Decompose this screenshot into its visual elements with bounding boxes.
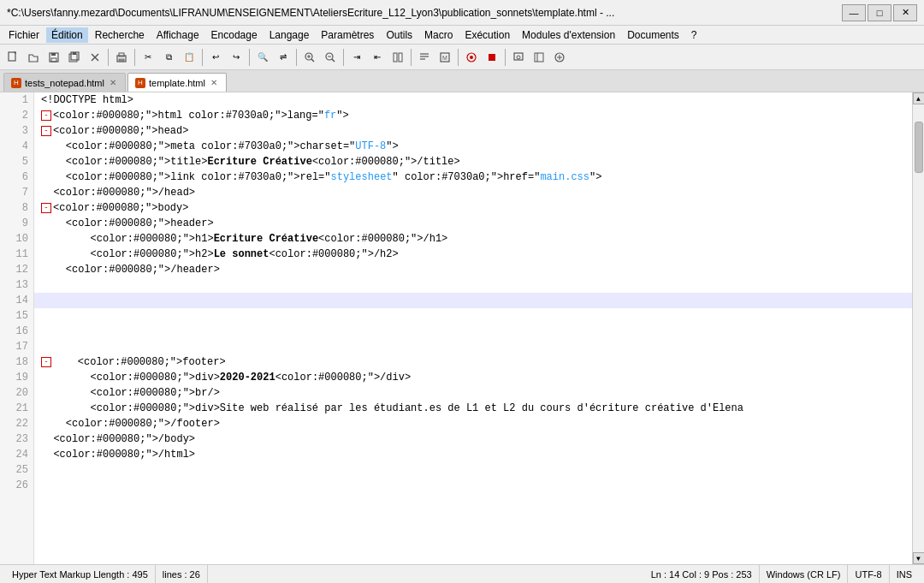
find-replace-button[interactable]: ⇌ <box>274 48 293 67</box>
menu-help[interactable]: ? <box>686 27 702 43</box>
code-line[interactable]: -<color:#000080;">body> <box>34 200 912 216</box>
print-button[interactable] <box>112 48 131 67</box>
column-button[interactable] <box>388 48 407 67</box>
fold-icon[interactable]: - <box>41 110 51 121</box>
code-line[interactable]: <color:#000080;">meta color:#7030a0;">ch… <box>34 139 912 154</box>
code-line[interactable]: <color:#000080;">h1>Ecriture Créative<co… <box>34 231 912 247</box>
toolbar-sep-3 <box>202 49 203 66</box>
code-line[interactable]: <color:#000080;">/head> <box>34 185 912 200</box>
fold-icon[interactable]: - <box>41 203 51 213</box>
cut-button[interactable]: ✂ <box>139 48 157 67</box>
line-number: 8 <box>0 200 33 216</box>
line-number: 21 <box>0 401 33 416</box>
tab-template[interactable]: H template.html ✕ <box>127 73 227 92</box>
menu-outils[interactable]: Outils <box>381 27 418 43</box>
menu-edition[interactable]: Édition <box>46 27 88 43</box>
code-line[interactable]: <color:#000080;">/body> <box>34 431 912 447</box>
code-line[interactable]: - <color:#000080;">footer> <box>34 354 912 370</box>
maximize-button[interactable]: □ <box>868 4 891 21</box>
code-line[interactable] <box>34 324 912 339</box>
redo-button[interactable]: ↪ <box>227 48 246 67</box>
extra-button-2[interactable] <box>550 48 569 67</box>
format-button[interactable] <box>415 48 434 67</box>
window-title: *C:\Users\fanny.mezard\Documents\LIFRANU… <box>7 7 842 19</box>
code-line[interactable]: <color:#000080;">/html> <box>34 447 912 462</box>
menu-fichier[interactable]: Fichier <box>3 27 44 43</box>
editor-area[interactable]: 1234567891011121314151617181920212223242… <box>0 92 924 564</box>
extra-button[interactable] <box>530 48 548 67</box>
open-button[interactable] <box>24 48 43 67</box>
code-line[interactable] <box>34 277 912 293</box>
fold-icon[interactable]: - <box>41 357 51 367</box>
code-line[interactable]: <color:#000080;">h2>Le sonnet<color:#000… <box>34 247 912 262</box>
toolbar-sep-7 <box>411 49 412 66</box>
code-line[interactable]: <color:#000080;">link color:#7030a0;">re… <box>34 170 912 185</box>
scroll-thumb[interactable] <box>915 122 923 173</box>
view-button[interactable] <box>509 48 528 67</box>
zoom-out-button[interactable] <box>321 48 340 67</box>
code-line[interactable]: <color:#000080;">/header> <box>34 262 912 277</box>
macro-button[interactable]: M <box>435 48 454 67</box>
code-line[interactable]: <color:#000080;">br/> <box>34 385 912 401</box>
scrollbar-vertical[interactable]: ▲ ▼ <box>912 92 924 564</box>
menu-parametres[interactable]: Paramètres <box>316 27 379 43</box>
tab-close-tests[interactable]: ✕ <box>108 78 118 87</box>
code-line[interactable]: -<color:#000080;">html color:#7030a0;">l… <box>34 108 912 123</box>
code-line[interactable]: -<color:#000080;">head> <box>34 123 912 139</box>
toolbar: ✂ ⧉ 📋 ↩ ↪ 🔍 ⇌ ⇥ ⇤ M <box>0 45 924 70</box>
menu-macro[interactable]: Macro <box>419 27 458 43</box>
menu-documents[interactable]: Documents <box>622 27 684 43</box>
zoom-in-button[interactable] <box>300 48 319 67</box>
stop-button[interactable] <box>483 48 501 67</box>
code-line[interactable]: <color:#000080;">/footer> <box>34 416 912 431</box>
run-button[interactable] <box>462 48 481 67</box>
indent-button[interactable]: ⇥ <box>347 48 366 67</box>
status-lines: lines : 26 <box>156 565 208 583</box>
scroll-down-arrow[interactable]: ▼ <box>913 552 925 564</box>
menu-langage[interactable]: Langage <box>264 27 315 43</box>
menu-affichage[interactable]: Affichage <box>151 27 204 43</box>
save-all-button[interactable] <box>65 48 84 67</box>
code-line[interactable] <box>34 478 912 493</box>
code-line[interactable]: <color:#000080;">title>Ecriture Créative… <box>34 154 912 170</box>
code-lines[interactable]: <!DOCTYPE html>-<color:#000080;">html co… <box>34 92 912 564</box>
code-line[interactable]: <!DOCTYPE html> <box>34 92 912 108</box>
line-number: 25 <box>0 462 33 478</box>
svg-rect-19 <box>394 53 397 62</box>
minimize-button[interactable]: — <box>842 4 866 21</box>
code-line[interactable] <box>34 462 912 478</box>
line-number: 20 <box>0 385 33 401</box>
menu-encodage[interactable]: Encodage <box>206 27 263 43</box>
code-line[interactable] <box>34 339 912 354</box>
outdent-button[interactable]: ⇤ <box>368 48 387 67</box>
line-number: 9 <box>0 216 33 231</box>
window-controls: — □ ✕ <box>842 4 917 21</box>
line-number: 2 <box>0 108 33 123</box>
menu-execution[interactable]: Exécution <box>459 27 515 43</box>
toolbar-sep-9 <box>505 49 506 66</box>
status-encoding: UTF-8 <box>848 565 889 583</box>
close-button-tb[interactable] <box>86 48 104 67</box>
code-line[interactable]: <color:#000080;">div>Site web réalisé pa… <box>34 401 912 416</box>
menu-modules[interactable]: Modules d'extension <box>517 27 620 43</box>
save-button[interactable] <box>44 48 63 67</box>
code-area[interactable]: <!DOCTYPE html>-<color:#000080;">html co… <box>34 92 912 564</box>
copy-button[interactable]: ⧉ <box>159 48 178 67</box>
find-button[interactable]: 🔍 <box>253 48 272 67</box>
tab-tests-notepad[interactable]: H tests_notepad.html ✕ <box>3 73 126 92</box>
code-line[interactable]: <color:#000080;">div>2020-2021<color:#00… <box>34 370 912 385</box>
new-button[interactable] <box>3 48 22 67</box>
fold-icon[interactable]: - <box>41 126 51 136</box>
menu-recherche[interactable]: Recherche <box>90 27 150 43</box>
scroll-up-arrow[interactable]: ▲ <box>913 92 925 104</box>
svg-rect-28 <box>489 54 495 61</box>
undo-button[interactable]: ↩ <box>206 48 225 67</box>
code-line[interactable] <box>34 308 912 324</box>
svg-rect-2 <box>51 53 56 56</box>
code-line[interactable]: <color:#000080;">header> <box>34 216 912 231</box>
code-line[interactable] <box>34 293 912 308</box>
tab-close-template[interactable]: ✕ <box>209 78 219 87</box>
close-button[interactable]: ✕ <box>893 4 917 21</box>
paste-button[interactable]: 📋 <box>180 48 198 67</box>
line-number: 17 <box>0 339 33 354</box>
